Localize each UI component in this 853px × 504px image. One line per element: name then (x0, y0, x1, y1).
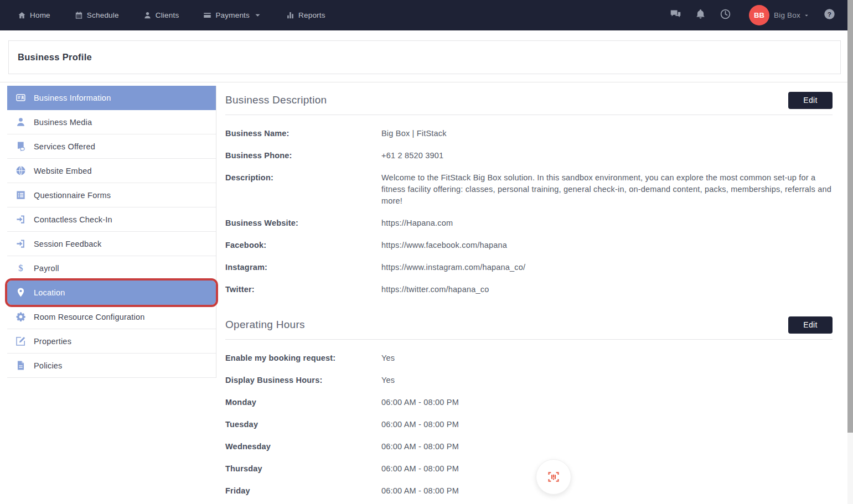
field-value: https://www.facebook.com/hapana (381, 240, 833, 251)
creditcard-icon (203, 11, 211, 19)
edit-icon (14, 336, 27, 346)
svg-text:$: $ (18, 263, 23, 273)
field-label: Monday (225, 397, 381, 408)
section-title: Business Description (225, 94, 327, 106)
globe-icon (14, 165, 27, 176)
field-value: 06:00 AM - 08:00 PM (381, 419, 833, 430)
list-icon (14, 190, 27, 200)
nav-item-clients[interactable]: Clients (143, 11, 179, 19)
field-row-display-business-hours: Display Business Hours:Yes (225, 375, 833, 386)
field-row-friday: Friday06:00 AM - 08:00 PM (225, 485, 833, 497)
gear-icon (14, 311, 27, 322)
signin-icon (14, 214, 27, 225)
sidebar: Business InformationBusiness MediaServic… (7, 86, 216, 378)
main-content: Business Description Edit Business Name:… (225, 86, 833, 504)
field-label: Business Website: (225, 217, 381, 229)
sidebar-item-label: Location (34, 288, 65, 297)
barcode-icon (545, 469, 562, 485)
sidebar-item-label: Website Embed (34, 167, 92, 175)
nav-item-label: Home (30, 11, 50, 19)
sidebar-item-room-resource-configuration[interactable]: Room Resource Configuration (7, 305, 216, 329)
sidebar-item-policies[interactable]: Policies (7, 354, 216, 378)
account-name: Big Box (774, 11, 800, 19)
field-value: Yes (381, 375, 833, 386)
business-description-header: Business Description Edit (225, 86, 833, 115)
sidebar-item-label: Payroll (34, 264, 59, 273)
sidebar-item-payroll[interactable]: $Payroll (7, 256, 216, 280)
field-row-business-website: Business Website:https://Hapana.com (225, 217, 833, 229)
field-row-thursday: Thursday06:00 AM - 08:00 PM (225, 463, 833, 475)
dollar-icon: $ (14, 263, 27, 273)
sidebar-item-label: Room Resource Configuration (34, 313, 144, 321)
operating-hours-header: Operating Hours Edit (225, 310, 833, 340)
field-row-enable-my-booking-request: Enable my booking request:Yes (225, 352, 833, 364)
nav-item-payments[interactable]: Payments (203, 11, 262, 19)
nav-item-label: Schedule (87, 11, 119, 19)
field-label: Tuesday (225, 419, 381, 430)
page-title-card: Business Profile (8, 40, 841, 74)
top-navbar: HomeScheduleClientsPaymentsReports BB Bi… (0, 0, 847, 30)
field-value: https://twitter.com/hapana_co (381, 284, 833, 295)
navbar-items: HomeScheduleClientsPaymentsReports (18, 11, 325, 19)
help-icon[interactable]: ? (824, 8, 835, 22)
sidebar-item-website-embed[interactable]: Website Embed (7, 159, 216, 183)
nav-item-schedule[interactable]: Schedule (75, 11, 119, 19)
field-row-monday: Monday06:00 AM - 08:00 PM (225, 397, 833, 408)
field-row-business-phone: Business Phone:+61 2 8520 3901 (225, 150, 833, 162)
field-label: Wednesday (225, 441, 381, 453)
field-row-business-name: Business Name:Big Box | FitStack (225, 128, 833, 139)
user-icon (143, 11, 152, 19)
nav-item-label: Payments (215, 11, 250, 19)
bell-icon[interactable] (695, 8, 706, 22)
operating-hours-edit-button[interactable]: Edit (788, 316, 833, 334)
sidebar-item-label: Business Media (34, 118, 92, 127)
field-row-tuesday: Tuesday06:00 AM - 08:00 PM (225, 419, 833, 430)
field-label: Friday (225, 485, 381, 497)
chat-icon[interactable] (670, 8, 681, 22)
avatar: BB (749, 5, 769, 25)
field-value: Yes (381, 352, 833, 364)
sidebar-item-label: Business Information (34, 93, 111, 102)
sidebar-item-services-offered[interactable]: Services Offered (7, 134, 216, 159)
nav-item-label: Clients (156, 11, 179, 19)
field-label: Business Name: (225, 128, 381, 139)
sidebar-item-label: Session Feedback (34, 240, 102, 248)
sidebar-item-contactless-check-in[interactable]: Contactless Check-In (7, 207, 216, 232)
operating-hours-section: Operating Hours Edit Enable my booking r… (225, 310, 833, 497)
idcard-icon (14, 92, 27, 103)
sidebar-item-session-feedback[interactable]: Session Feedback (7, 232, 216, 256)
field-value: 06:00 AM - 08:00 PM (381, 485, 833, 497)
sidebar-item-questionnaire-forms[interactable]: Questionnaire Forms (7, 183, 216, 207)
sidebar-item-business-information[interactable]: Business Information (7, 86, 216, 110)
field-value: https://www.instagram.com/hapana_co/ (381, 262, 833, 273)
chevron-down-icon (254, 11, 262, 19)
sidebar-item-label: Questionnaire Forms (34, 191, 111, 200)
scrollbar[interactable] (847, 0, 853, 504)
business-description-edit-button[interactable]: Edit (788, 92, 833, 109)
field-value: 06:00 AM - 08:00 PM (381, 441, 833, 453)
sidebar-item-label: Properties (34, 337, 71, 346)
sidebar-item-location[interactable]: Location (7, 280, 216, 305)
barcode-scan-widget[interactable] (536, 459, 571, 495)
pin-icon (14, 287, 27, 298)
clock-icon[interactable] (720, 8, 731, 22)
sidebar-item-properties[interactable]: Properties (7, 329, 216, 354)
account-menu[interactable]: BB Big Box (749, 5, 809, 25)
home-icon (18, 11, 26, 19)
nav-item-reports[interactable]: Reports (286, 11, 325, 19)
sidebar-item-business-media[interactable]: Business Media (7, 110, 216, 134)
nav-item-home[interactable]: Home (18, 11, 50, 19)
section-title: Operating Hours (225, 319, 305, 331)
scrollbar-thumb[interactable] (847, 0, 853, 433)
field-row-twitter: Twitter:https://twitter.com/hapana_co (225, 284, 833, 295)
sidebar-item-label: Policies (34, 361, 63, 370)
field-value: 06:00 AM - 08:00 PM (381, 397, 833, 408)
calendar-icon (75, 11, 83, 19)
field-label: Instagram: (225, 262, 381, 273)
svg-text:?: ? (828, 11, 831, 18)
field-label: Thursday (225, 463, 381, 475)
navbar-right: BB Big Box ? (670, 5, 835, 25)
person-icon (14, 117, 27, 127)
file-icon (14, 360, 27, 371)
field-label: Twitter: (225, 284, 381, 295)
